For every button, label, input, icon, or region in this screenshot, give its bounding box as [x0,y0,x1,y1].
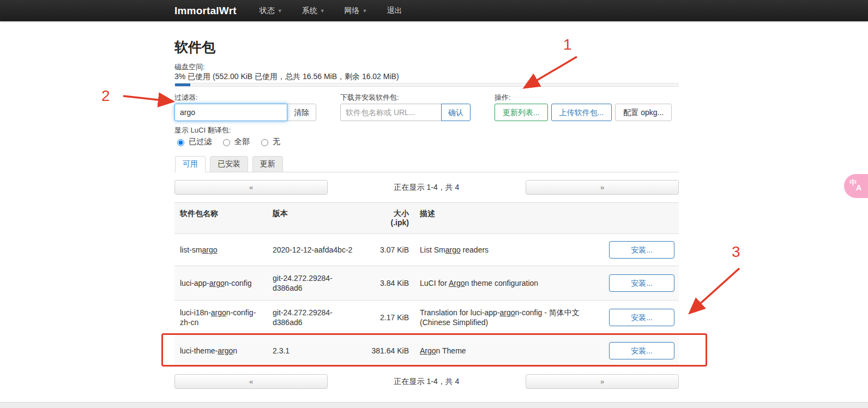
nav-item-system[interactable]: 系统 ▼ [302,6,325,16]
install-button[interactable]: 安装... [609,241,674,259]
window-bottom-edge [0,402,868,408]
header-description: 描述 [414,203,600,234]
filter-input[interactable] [174,104,287,121]
tab-available[interactable]: 可用 [175,156,206,172]
pagination-top: « 正在显示 1-4，共 4 » [174,180,679,195]
confirm-install-button[interactable]: 确认 [441,104,471,121]
radio-all-input[interactable] [223,139,230,146]
header-package-name: 软件包名称 [174,203,267,234]
package-description: Argon Theme [414,335,600,367]
package-version: git-24.272.29284-d386ad6 [267,301,363,335]
update-lists-button[interactable]: 更新列表... [495,104,548,121]
package-table: 软件包名称 版本 大小 (.ipk) 描述 list-smargo 2020-1… [174,202,679,367]
chevron-down-icon: ▼ [320,8,325,14]
configure-opkg-button[interactable]: 配置 opkg... [615,104,672,121]
pagination-status: 正在显示 1-4，共 4 [328,377,526,387]
radio-filtered[interactable]: 已过滤 [174,137,212,147]
package-description: Translation for luci-app-argon-config - … [414,301,600,335]
annotation-number-2: 2 [101,88,110,104]
disk-usage-text: 3% 已使用 (552.00 KiB 已使用，总共 16.56 MiB，剩余 1… [174,71,679,82]
radio-none-input[interactable] [261,139,268,146]
package-size: 2.17 KiB [363,301,414,335]
package-tabs: 可用 已安装 更新 [174,156,679,172]
filter-section: 过滤器: 清除 [174,93,316,121]
page-title: 软件包 [174,39,679,55]
package-version: 2.3.1 [267,335,363,367]
package-description: List Smargo readers [414,234,600,266]
translation-filter-label: 显示 LuCI 翻译包: [174,126,679,135]
disk-usage-progressbar [174,83,679,87]
package-version: 2020-12-12-aafda4bc-2 [267,234,363,266]
disk-space-label: 磁盘空间: [174,63,679,71]
package-size: 381.64 KiB [363,335,414,367]
chevron-down-icon: ▼ [278,8,282,14]
nav-item-network[interactable]: 网络 ▼ [345,6,367,16]
radio-filtered-input[interactable] [177,139,184,146]
package-url-input[interactable] [340,104,442,121]
filter-clear-button[interactable]: 清除 [287,104,316,121]
package-version: git-24.272.29284-d386ad6 [267,266,363,301]
prev-page-button[interactable]: « [174,374,328,389]
install-button[interactable]: 安装... [609,309,674,326]
main-content: 软件包 磁盘空间: 3% 已使用 (552.00 KiB 已使用，总共 16.5… [174,21,679,389]
next-page-button[interactable]: » [526,180,679,195]
pagination-status: 正在显示 1-4，共 4 [328,183,526,193]
table-header-row: 软件包名称 版本 大小 (.ipk) 描述 [174,203,679,234]
package-name: luci-i18n-argon-config-zh-cn [174,301,267,335]
package-name: luci-theme-argon [174,335,267,367]
actions-section: 操作: 更新列表... 上传软件包... 配置 opkg... [495,93,672,121]
install-button[interactable]: 安装... [609,342,674,359]
annotation-arrow-3 [690,268,739,313]
table-row: luci-i18n-argon-config-zh-cn git-24.272.… [174,301,679,335]
header-size: 大小 (.ipk) [363,203,414,234]
radio-all[interactable]: 全部 [220,137,250,147]
package-name: list-smargo [174,234,267,266]
chevron-down-icon: ▼ [363,8,367,14]
translate-icon[interactable]: 中 A [844,174,868,198]
annotation-arrow-2 [123,96,172,101]
download-install-section: 下载并安装软件包: 确认 [340,93,471,121]
actions-label: 操作: [495,93,672,102]
package-size: 3.84 KiB [363,266,414,301]
prev-page-button[interactable]: « [174,180,328,195]
translation-filter-section: 显示 LuCI 翻译包: 已过滤 全部 无 [174,126,679,147]
nav-item-logout[interactable]: 退出 [387,6,402,16]
package-name: luci-app-argon-config [174,266,267,301]
next-page-button[interactable]: » [526,374,679,389]
table-row: list-smargo 2020-12-12-aafda4bc-2 3.07 K… [174,234,679,266]
radio-none[interactable]: 无 [258,137,280,147]
install-button[interactable]: 安装... [609,274,674,292]
tab-installed[interactable]: 已安装 [210,156,248,172]
filter-label: 过滤器: [174,93,316,102]
pagination-bottom: « 正在显示 1-4，共 4 » [174,374,679,389]
annotation-number-3: 3 [732,244,740,260]
nav-item-status[interactable]: 状态 ▼ [260,6,282,16]
header-version: 版本 [267,203,363,234]
top-navigation-bar: ImmortalWrt 状态 ▼ 系统 ▼ 网络 ▼ 退出 [0,0,868,21]
header-actions [600,203,679,234]
disk-usage-progress-fill [175,83,190,86]
package-size: 3.07 KiB [363,234,414,266]
tab-updates[interactable]: 更新 [252,156,283,172]
annotation-number-1: 1 [563,37,572,52]
download-install-label: 下载并安装软件包: [340,93,471,102]
table-row: luci-app-argon-config git-24.272.29284-d… [174,266,679,301]
package-description: LuCI for Argon theme configuration [414,266,600,301]
brand-logo[interactable]: ImmortalWrt [174,5,237,17]
upload-package-button[interactable]: 上传软件包... [551,104,612,121]
table-row: luci-theme-argon 2.3.1 381.64 KiB Argon … [174,335,679,367]
